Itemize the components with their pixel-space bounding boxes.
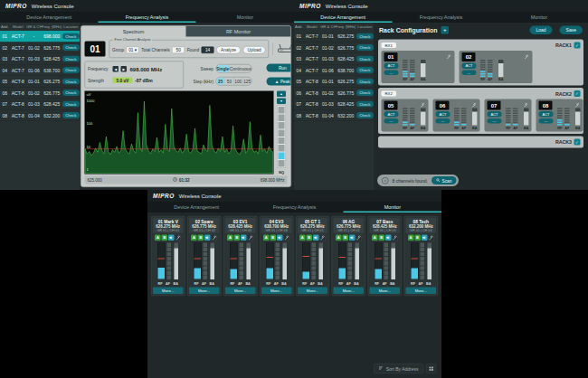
table-row[interactable]: 07ACT-801-03628.425Check bbox=[0, 99, 80, 110]
tab-device-arrangement[interactable]: Device Arrangement bbox=[0, 12, 98, 23]
act-button[interactable]: ACT bbox=[539, 111, 554, 118]
more-options-button[interactable]: ... bbox=[384, 118, 399, 124]
table-row[interactable]: 03ACT-701-03628.425Check bbox=[0, 53, 80, 65]
table-row[interactable]: 07ACT-801-03628.425Check bbox=[294, 99, 374, 110]
step-option-50[interactable]: 50 bbox=[225, 77, 234, 85]
more-options-button[interactable]: ... bbox=[436, 118, 450, 124]
table-row[interactable]: 01ACT-701-01626.275Check bbox=[294, 31, 374, 43]
sort-by-address-button[interactable]: Sort By Address bbox=[374, 364, 423, 373]
rack-checkbox[interactable]: ✓ bbox=[574, 90, 581, 97]
table-row[interactable]: 08ACT-801-04632.200Check bbox=[0, 110, 80, 122]
device-card-02[interactable]: 02ACT...RFAFBA bbox=[460, 51, 533, 83]
check-button[interactable]: Check bbox=[62, 67, 80, 73]
act-button[interactable]: ACT bbox=[488, 111, 502, 118]
more-options-button[interactable]: ... bbox=[384, 71, 399, 76]
load-button[interactable]: Load bbox=[529, 25, 552, 34]
device-card-08[interactable]: 08ACT...RFAFBA bbox=[536, 99, 583, 132]
tab-frequency-analysis[interactable]: Frequency Analysis bbox=[392, 12, 489, 23]
antenna-a-button[interactable]: A bbox=[372, 235, 378, 241]
table-row[interactable]: 06ACT-801-02626.775Check bbox=[0, 88, 80, 99]
check-button[interactable]: Check bbox=[356, 101, 374, 108]
squelch-level-bar[interactable] bbox=[277, 106, 286, 169]
step-option-25[interactable]: 25 bbox=[216, 77, 225, 85]
table-row[interactable]: 06ACT-801-02626.775Check bbox=[294, 88, 374, 99]
wrench-button[interactable] bbox=[428, 235, 434, 241]
table-row[interactable]: 02ACT-701-02626.775Check bbox=[0, 43, 80, 54]
analyze-button[interactable]: Analyze bbox=[216, 46, 241, 54]
wrench-button[interactable] bbox=[319, 235, 326, 241]
sweep-option-continuous[interactable]: Continuous bbox=[230, 64, 251, 72]
act-button[interactable]: ACT bbox=[384, 111, 399, 118]
table-row[interactable]: 03ACT-701-03628.425Check bbox=[294, 53, 374, 65]
wrench-button[interactable] bbox=[356, 235, 362, 241]
speaker-button[interactable] bbox=[385, 235, 392, 241]
antenna-b-button[interactable]: B bbox=[162, 235, 168, 241]
save-button[interactable]: Save bbox=[560, 25, 583, 34]
more-button[interactable]: More... bbox=[406, 288, 436, 295]
table-row[interactable]: 01ACT-7-698.000Check bbox=[0, 31, 80, 43]
more-button[interactable]: More... bbox=[189, 288, 219, 295]
antenna-a-button[interactable]: A bbox=[408, 235, 414, 241]
group-select[interactable]: 01 ▾ bbox=[127, 46, 139, 53]
antenna-a-button[interactable]: A bbox=[299, 235, 306, 241]
act-button[interactable]: ACT bbox=[384, 63, 399, 70]
antenna-b-button[interactable]: B bbox=[270, 235, 277, 241]
rack-rx-tag[interactable]: RX1 bbox=[382, 43, 396, 48]
antenna-a-button[interactable]: A bbox=[155, 235, 161, 241]
check-button[interactable]: Check bbox=[356, 79, 374, 85]
check-button[interactable]: Check bbox=[356, 44, 374, 51]
tab-frequency-analysis[interactable]: Frequency Analysis bbox=[98, 12, 195, 23]
more-button[interactable]: More... bbox=[225, 288, 255, 295]
check-button[interactable]: Check bbox=[356, 56, 374, 62]
scan-button[interactable]: Scan bbox=[432, 176, 456, 184]
check-button[interactable]: Check bbox=[62, 44, 80, 51]
check-button[interactable]: Check bbox=[62, 90, 80, 96]
more-options-button[interactable]: ... bbox=[488, 118, 502, 124]
check-button[interactable]: Check bbox=[356, 112, 374, 118]
antenna-b-button[interactable]: B bbox=[414, 235, 421, 241]
speaker-button[interactable] bbox=[277, 235, 283, 241]
wrench-button[interactable] bbox=[175, 235, 182, 241]
antenna-a-button[interactable]: A bbox=[263, 235, 270, 241]
speaker-button[interactable] bbox=[241, 235, 247, 241]
rack-checkbox[interactable]: ✓ bbox=[574, 139, 581, 146]
squelch-up-button[interactable]: ▲ bbox=[277, 91, 286, 98]
tab-monitor[interactable]: Monitor bbox=[344, 202, 441, 213]
squelch-down-button[interactable]: ▼ bbox=[277, 99, 286, 105]
speaker-button[interactable] bbox=[349, 235, 356, 241]
act-button[interactable]: ACT bbox=[462, 63, 477, 70]
tab-monitor[interactable]: Monitor bbox=[490, 12, 588, 23]
wrench-button[interactable] bbox=[392, 235, 398, 241]
check-button[interactable]: Check bbox=[356, 90, 374, 96]
check-button[interactable]: Check bbox=[62, 33, 80, 40]
more-button[interactable]: More... bbox=[153, 288, 183, 295]
tab-frequency-analysis[interactable]: Frequency Analysis bbox=[245, 202, 343, 213]
speaker-button[interactable] bbox=[168, 235, 175, 241]
more-button[interactable]: More... bbox=[298, 288, 327, 295]
antenna-b-button[interactable]: B bbox=[306, 235, 312, 241]
step-option-100[interactable]: 100 bbox=[234, 77, 243, 85]
table-row[interactable]: 08ACT-801-04632.200Check bbox=[294, 110, 374, 122]
more-button[interactable]: More... bbox=[370, 288, 400, 295]
more-options-button[interactable]: ... bbox=[539, 118, 554, 124]
check-button[interactable]: Check bbox=[62, 56, 80, 62]
tab-spectrum[interactable]: Spectrum bbox=[81, 26, 186, 37]
check-button[interactable]: Check bbox=[62, 101, 80, 108]
grid-view-button[interactable] bbox=[426, 364, 436, 373]
antenna-b-button[interactable]: B bbox=[378, 235, 384, 241]
speaker-button[interactable] bbox=[204, 235, 211, 241]
check-button[interactable]: Check bbox=[356, 67, 374, 73]
table-row[interactable]: 04ACT-701-06638.700Check bbox=[0, 65, 80, 77]
more-button[interactable]: More... bbox=[261, 288, 291, 295]
device-card-01[interactable]: 01ACT...RFAFBA bbox=[382, 51, 455, 83]
table-row[interactable]: 05ACT-801-01626.275Check bbox=[294, 76, 374, 88]
run-button[interactable]: Run bbox=[266, 64, 291, 72]
speaker-button[interactable] bbox=[422, 235, 428, 241]
antenna-a-button[interactable]: A bbox=[191, 235, 197, 241]
wrench-button[interactable] bbox=[248, 235, 254, 241]
rack-checkbox[interactable]: ✓ bbox=[574, 43, 581, 49]
check-button[interactable]: Check bbox=[62, 112, 80, 118]
device-card-05[interactable]: 05ACT...RFAFBA bbox=[382, 99, 429, 132]
check-button[interactable]: Check bbox=[356, 33, 374, 40]
antenna-a-button[interactable]: A bbox=[336, 235, 342, 241]
